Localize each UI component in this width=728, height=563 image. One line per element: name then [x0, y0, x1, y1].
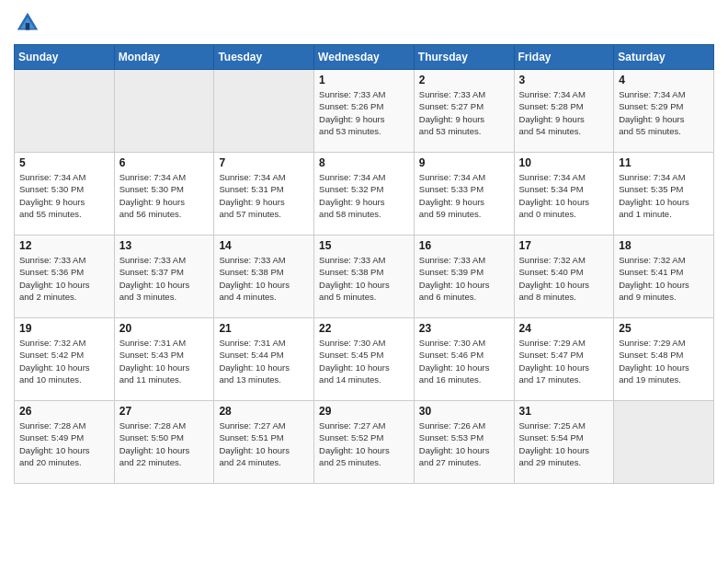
calendar-day-cell: 4Sunrise: 7:34 AM Sunset: 5:29 PM Daylig…: [614, 70, 714, 153]
calendar-day-cell: 13Sunrise: 7:33 AM Sunset: 5:37 PM Dayli…: [114, 236, 214, 318]
day-number: 1: [319, 74, 409, 86]
day-info: Sunrise: 7:30 AM Sunset: 5:46 PM Dayligh…: [419, 337, 509, 385]
day-number: 19: [19, 322, 109, 335]
calendar-day-cell: 18Sunrise: 7:32 AM Sunset: 5:41 PM Dayli…: [614, 236, 714, 318]
calendar-day-cell: 9Sunrise: 7:34 AM Sunset: 5:33 PM Daylig…: [414, 153, 514, 236]
day-number: 26: [19, 405, 109, 418]
day-info: Sunrise: 7:29 AM Sunset: 5:47 PM Dayligh…: [519, 337, 609, 385]
day-number: 27: [119, 405, 210, 418]
calendar-day-cell: 31Sunrise: 7:25 AM Sunset: 5:54 PM Dayli…: [514, 401, 614, 484]
calendar-week-row: 1Sunrise: 7:33 AM Sunset: 5:26 PM Daylig…: [15, 70, 714, 153]
day-number: 17: [519, 239, 609, 252]
logo-icon: [14, 9, 41, 37]
day-number: 20: [119, 322, 210, 335]
day-info: Sunrise: 7:29 AM Sunset: 5:48 PM Dayligh…: [619, 337, 709, 385]
calendar-day-cell: 6Sunrise: 7:34 AM Sunset: 5:30 PM Daylig…: [114, 153, 214, 236]
weekday-header: Thursday: [414, 45, 514, 70]
day-number: 24: [519, 322, 609, 335]
day-number: 30: [419, 405, 509, 418]
calendar-day-cell: 16Sunrise: 7:33 AM Sunset: 5:39 PM Dayli…: [414, 236, 514, 318]
calendar-day-cell: 30Sunrise: 7:26 AM Sunset: 5:53 PM Dayli…: [414, 401, 514, 484]
weekday-header: Friday: [514, 45, 614, 70]
day-number: 5: [19, 156, 109, 169]
day-number: 13: [119, 239, 210, 252]
calendar-day-cell: 2Sunrise: 7:33 AM Sunset: 5:27 PM Daylig…: [414, 70, 514, 153]
calendar-day-cell: 25Sunrise: 7:29 AM Sunset: 5:48 PM Dayli…: [614, 318, 714, 401]
calendar-day-cell: 1Sunrise: 7:33 AM Sunset: 5:26 PM Daylig…: [314, 70, 415, 153]
day-number: 22: [319, 322, 409, 335]
day-number: 9: [419, 156, 509, 169]
calendar-day-cell: [214, 70, 314, 153]
calendar-week-row: 5Sunrise: 7:34 AM Sunset: 5:30 PM Daylig…: [15, 153, 714, 236]
day-number: 15: [319, 239, 409, 252]
calendar-week-row: 26Sunrise: 7:28 AM Sunset: 5:49 PM Dayli…: [15, 401, 714, 484]
day-number: 25: [619, 322, 709, 335]
day-number: 4: [619, 74, 709, 86]
day-info: Sunrise: 7:33 AM Sunset: 5:36 PM Dayligh…: [19, 254, 109, 303]
svg-rect-2: [26, 23, 30, 30]
day-number: 18: [619, 239, 709, 252]
calendar-day-cell: 5Sunrise: 7:34 AM Sunset: 5:30 PM Daylig…: [15, 153, 115, 236]
calendar-day-cell: 19Sunrise: 7:32 AM Sunset: 5:42 PM Dayli…: [15, 318, 115, 401]
day-info: Sunrise: 7:27 AM Sunset: 5:52 PM Dayligh…: [319, 419, 409, 468]
day-number: 23: [419, 322, 509, 335]
day-info: Sunrise: 7:32 AM Sunset: 5:40 PM Dayligh…: [519, 254, 609, 303]
day-info: Sunrise: 7:33 AM Sunset: 5:37 PM Dayligh…: [119, 254, 210, 303]
calendar-day-cell: [614, 401, 714, 484]
day-number: 6: [119, 156, 210, 169]
calendar-day-cell: 23Sunrise: 7:30 AM Sunset: 5:46 PM Dayli…: [414, 318, 514, 401]
day-info: Sunrise: 7:34 AM Sunset: 5:31 PM Dayligh…: [219, 171, 309, 220]
day-info: Sunrise: 7:33 AM Sunset: 5:38 PM Dayligh…: [219, 254, 309, 303]
weekday-header: Sunday: [15, 45, 115, 70]
day-info: Sunrise: 7:31 AM Sunset: 5:44 PM Dayligh…: [219, 337, 309, 385]
day-info: Sunrise: 7:28 AM Sunset: 5:50 PM Dayligh…: [119, 419, 210, 468]
calendar-day-cell: 8Sunrise: 7:34 AM Sunset: 5:32 PM Daylig…: [314, 153, 415, 236]
calendar-day-cell: 12Sunrise: 7:33 AM Sunset: 5:36 PM Dayli…: [15, 236, 115, 318]
day-number: 10: [519, 156, 609, 169]
weekday-header: Saturday: [614, 45, 714, 70]
day-number: 14: [219, 239, 309, 252]
day-info: Sunrise: 7:33 AM Sunset: 5:27 PM Dayligh…: [419, 88, 509, 137]
day-info: Sunrise: 7:33 AM Sunset: 5:38 PM Dayligh…: [319, 254, 409, 303]
day-info: Sunrise: 7:27 AM Sunset: 5:51 PM Dayligh…: [219, 419, 309, 468]
calendar-day-cell: [114, 70, 214, 153]
day-number: 2: [419, 74, 509, 86]
day-number: 29: [319, 405, 409, 418]
calendar-day-cell: 15Sunrise: 7:33 AM Sunset: 5:38 PM Dayli…: [314, 236, 415, 318]
day-info: Sunrise: 7:33 AM Sunset: 5:26 PM Dayligh…: [319, 88, 409, 137]
calendar-week-row: 19Sunrise: 7:32 AM Sunset: 5:42 PM Dayli…: [15, 318, 714, 401]
weekday-header: Tuesday: [214, 45, 314, 70]
day-number: 31: [519, 405, 609, 418]
weekday-header: Monday: [114, 45, 214, 70]
day-number: 12: [19, 239, 109, 252]
calendar-day-cell: 11Sunrise: 7:34 AM Sunset: 5:35 PM Dayli…: [614, 153, 714, 236]
calendar-day-cell: 29Sunrise: 7:27 AM Sunset: 5:52 PM Dayli…: [314, 401, 415, 484]
day-info: Sunrise: 7:34 AM Sunset: 5:28 PM Dayligh…: [519, 88, 609, 137]
calendar-week-row: 12Sunrise: 7:33 AM Sunset: 5:36 PM Dayli…: [15, 236, 714, 318]
day-info: Sunrise: 7:32 AM Sunset: 5:41 PM Dayligh…: [619, 254, 709, 303]
calendar-day-cell: 21Sunrise: 7:31 AM Sunset: 5:44 PM Dayli…: [214, 318, 314, 401]
calendar-day-cell: 17Sunrise: 7:32 AM Sunset: 5:40 PM Dayli…: [514, 236, 614, 318]
calendar-day-cell: 26Sunrise: 7:28 AM Sunset: 5:49 PM Dayli…: [15, 401, 115, 484]
day-info: Sunrise: 7:34 AM Sunset: 5:30 PM Dayligh…: [19, 171, 109, 220]
day-info: Sunrise: 7:34 AM Sunset: 5:35 PM Dayligh…: [619, 171, 709, 220]
day-info: Sunrise: 7:34 AM Sunset: 5:32 PM Dayligh…: [319, 171, 409, 220]
day-number: 7: [219, 156, 309, 169]
day-number: 8: [319, 156, 409, 169]
calendar-day-cell: 3Sunrise: 7:34 AM Sunset: 5:28 PM Daylig…: [514, 70, 614, 153]
calendar-day-cell: 7Sunrise: 7:34 AM Sunset: 5:31 PM Daylig…: [214, 153, 314, 236]
day-number: 28: [219, 405, 309, 418]
weekday-header-row: SundayMondayTuesdayWednesdayThursdayFrid…: [15, 45, 714, 70]
calendar-day-cell: 27Sunrise: 7:28 AM Sunset: 5:50 PM Dayli…: [114, 401, 214, 484]
day-info: Sunrise: 7:26 AM Sunset: 5:53 PM Dayligh…: [419, 419, 509, 468]
day-info: Sunrise: 7:34 AM Sunset: 5:33 PM Dayligh…: [419, 171, 509, 220]
day-info: Sunrise: 7:34 AM Sunset: 5:34 PM Dayligh…: [519, 171, 609, 220]
day-info: Sunrise: 7:34 AM Sunset: 5:29 PM Dayligh…: [619, 88, 709, 137]
day-info: Sunrise: 7:33 AM Sunset: 5:39 PM Dayligh…: [419, 254, 509, 303]
weekday-header: Wednesday: [314, 45, 415, 70]
day-number: 11: [619, 156, 709, 169]
calendar-day-cell: 28Sunrise: 7:27 AM Sunset: 5:51 PM Dayli…: [214, 401, 314, 484]
day-number: 3: [519, 74, 609, 86]
calendar-day-cell: [15, 70, 115, 153]
day-info: Sunrise: 7:32 AM Sunset: 5:42 PM Dayligh…: [19, 337, 109, 385]
